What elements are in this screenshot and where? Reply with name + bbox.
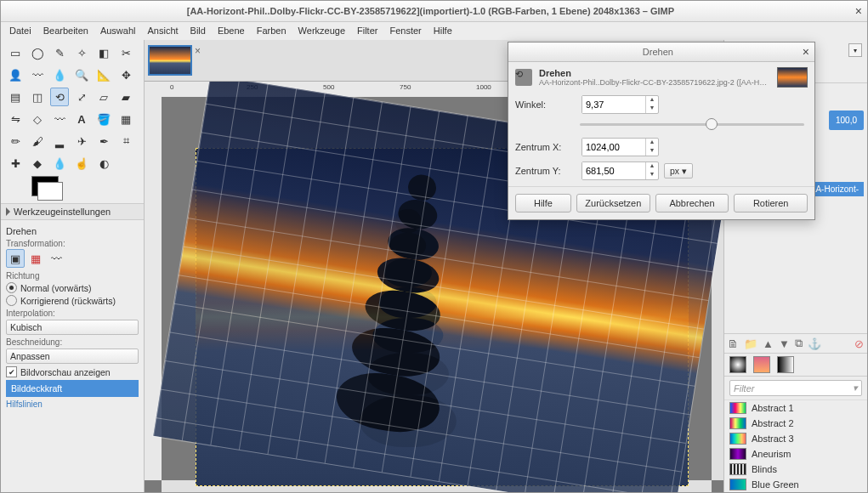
tool-scissors[interactable]: ✂ <box>116 43 135 62</box>
menu-file[interactable]: Datei <box>4 24 37 41</box>
tool-move[interactable]: ✥ <box>116 65 135 84</box>
angle-input[interactable]: ▲▼ <box>582 95 659 114</box>
center-x-input[interactable]: ▲▼ <box>582 138 659 156</box>
center-x-field[interactable] <box>582 139 645 156</box>
tool-bucket-fill[interactable]: 🪣 <box>94 110 113 128</box>
tool-fuzzy-select[interactable]: ✧ <box>72 43 91 62</box>
tool-text[interactable]: A <box>72 110 91 128</box>
unit-combo[interactable]: px ▾ <box>664 163 693 178</box>
tool-blur[interactable]: 💧 <box>50 154 69 173</box>
gradient-filter-input[interactable]: Filter▾ <box>729 380 862 396</box>
tool-rect-select[interactable]: ▭ <box>6 43 25 62</box>
dialog-titlebar[interactable]: Drehen × <box>508 42 814 62</box>
menu-select[interactable]: Auswahl <box>95 24 141 41</box>
help-button[interactable]: Hilfe <box>515 194 571 212</box>
menu-filter[interactable]: Filter <box>352 24 383 41</box>
slider-handle[interactable] <box>706 118 718 130</box>
tool-perspective[interactable]: ▰ <box>116 88 135 106</box>
tool-options-header[interactable]: Werkzeugeinstellungen <box>1 203 144 220</box>
angle-field[interactable] <box>582 96 645 113</box>
tool-ellipse-select[interactable]: ◯ <box>28 43 47 62</box>
tool-blend[interactable]: ▦ <box>116 110 135 128</box>
tool-flip[interactable]: ⇋ <box>6 110 25 128</box>
gradient-item[interactable]: Blue Green <box>724 477 867 492</box>
center-y-input[interactable]: ▲▼ <box>582 162 659 180</box>
tool-pencil[interactable]: ✏ <box>6 132 25 150</box>
new-layer-icon[interactable]: 🗎 <box>728 337 739 350</box>
gradient-item[interactable]: Blinds <box>724 462 867 477</box>
tool-eraser[interactable]: ▂ <box>50 132 69 150</box>
spin-up-icon[interactable]: ▲ <box>646 96 658 105</box>
menu-colors[interactable]: Farben <box>252 24 292 41</box>
clipping-combo[interactable]: Anpassen <box>6 348 139 364</box>
transform-target-selection[interactable]: ▦ <box>26 249 45 268</box>
direction-normal[interactable]: Normal (vorwärts) <box>6 282 139 293</box>
patterns-tab[interactable] <box>753 356 770 373</box>
image-tab-1[interactable]: × <box>148 45 192 76</box>
interpolation-combo[interactable]: Kubisch <box>6 320 139 335</box>
tool-ink[interactable]: ✒ <box>94 132 113 150</box>
window-close-button[interactable]: × <box>855 4 862 18</box>
spin-down-icon[interactable]: ▼ <box>646 147 658 156</box>
tool-cage[interactable]: ◇ <box>28 110 47 128</box>
tool-airbrush[interactable]: ✈ <box>72 132 91 150</box>
show-preview-checkbox[interactable]: ✔Bildvorschau anzeigen <box>6 366 139 377</box>
delete-layer-icon[interactable]: ⊘ <box>854 337 864 350</box>
duplicate-layer-icon[interactable]: ⧉ <box>795 337 803 350</box>
tool-smudge[interactable]: ☝ <box>72 154 91 173</box>
anchor-layer-icon[interactable]: ⚓ <box>808 337 821 350</box>
tool-zoom[interactable]: 🔍 <box>72 65 91 84</box>
lower-layer-icon[interactable]: ▼ <box>779 337 790 350</box>
transform-target-layer[interactable]: ▣ <box>6 249 25 268</box>
spin-down-icon[interactable]: ▼ <box>646 171 658 179</box>
rotate-button[interactable]: Rotieren <box>734 194 808 212</box>
tool-scale[interactable]: ⤢ <box>72 88 91 106</box>
tool-clone[interactable]: ⌗ <box>116 132 135 150</box>
gradient-item[interactable]: Abstract 2 <box>724 416 867 431</box>
tool-dodge[interactable]: ◐ <box>94 154 113 173</box>
layers-mode-dropdown[interactable]: ▾ <box>848 43 862 57</box>
menu-layer[interactable]: Ebene <box>213 24 250 41</box>
cancel-button[interactable]: Abbrechen <box>655 194 729 212</box>
tab-close-icon[interactable]: × <box>195 45 201 57</box>
menu-view[interactable]: Ansicht <box>142 24 183 41</box>
angle-slider[interactable] <box>580 116 804 132</box>
tool-crop[interactable]: ◫ <box>28 88 47 106</box>
menu-image[interactable]: Bild <box>185 24 211 41</box>
tool-warp[interactable]: 〰 <box>50 110 69 128</box>
opacity-value[interactable]: 100,0 <box>829 110 864 130</box>
gradient-item[interactable]: Abstract 1 <box>724 400 867 416</box>
transform-target-path[interactable]: 〰 <box>47 249 65 268</box>
raise-layer-icon[interactable]: ▲ <box>763 337 774 350</box>
tool-color-picker[interactable]: 💧 <box>50 65 69 84</box>
tool-paintbrush[interactable]: 🖌 <box>28 132 47 150</box>
menu-edit[interactable]: Bearbeiten <box>38 24 94 41</box>
tool-rotate[interactable]: ⟲ <box>50 88 69 106</box>
dialog-close-button[interactable]: × <box>803 45 809 59</box>
gradient-list[interactable]: Abstract 1 Abstract 2 Abstract 3 Aneuris… <box>724 400 867 492</box>
tool-perspective-clone[interactable]: ◆ <box>28 154 47 173</box>
tool-heal[interactable]: ✚ <box>6 154 25 173</box>
gradient-item[interactable]: Abstract 3 <box>724 431 867 446</box>
rotate-dialog[interactable]: Drehen × ⟲ Drehen AA-Horizont-Phil..Dolb… <box>508 42 815 220</box>
tool-color-select[interactable]: ◧ <box>94 43 113 62</box>
palettes-tab[interactable] <box>777 356 794 373</box>
tool-measure[interactable]: 📐 <box>94 65 113 84</box>
menu-windows[interactable]: Fenster <box>384 24 426 41</box>
reset-button[interactable]: Zurücksetzen <box>576 194 650 212</box>
gradients-tab[interactable] <box>729 356 746 373</box>
menu-help[interactable]: Hilfe <box>428 24 457 41</box>
tool-shear[interactable]: ▱ <box>94 88 113 106</box>
layer-group-icon[interactable]: 📁 <box>744 337 757 350</box>
color-swatch[interactable] <box>31 176 59 196</box>
image-opacity-slider[interactable]: Bilddeckkraft <box>6 380 139 397</box>
tool-free-select[interactable]: ✎ <box>50 43 69 62</box>
tool-foreground-select[interactable]: 👤 <box>6 65 25 84</box>
spin-down-icon[interactable]: ▼ <box>646 105 658 113</box>
tool-align[interactable]: ▤ <box>6 88 25 106</box>
menu-tools[interactable]: Werkzeuge <box>293 24 350 41</box>
spin-up-icon[interactable]: ▲ <box>646 162 658 171</box>
spin-up-icon[interactable]: ▲ <box>646 139 658 147</box>
tool-paths[interactable]: 〰 <box>28 65 47 84</box>
direction-corrective[interactable]: Korrigierend (rückwärts) <box>6 295 139 306</box>
